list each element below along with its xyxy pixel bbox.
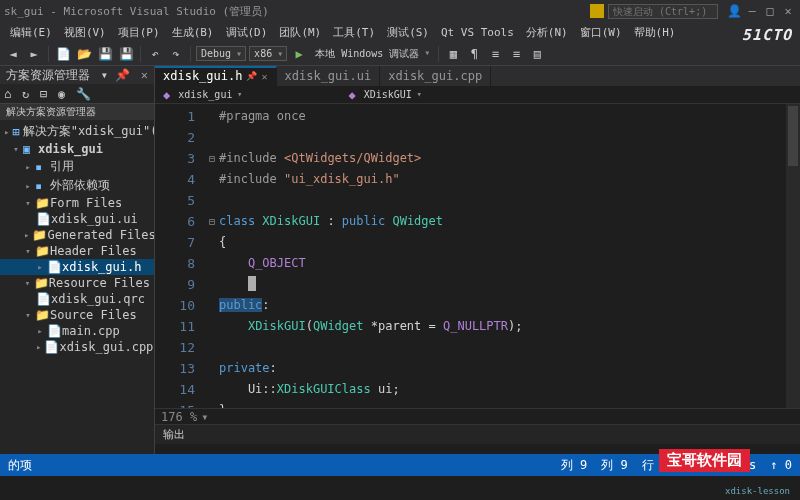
scrollbar-thumb[interactable] [788, 106, 798, 166]
tool-icon[interactable]: ▤ [528, 45, 546, 63]
config-dropdown[interactable]: Debug [196, 46, 246, 61]
brand-sub: xdisk-lesson [725, 486, 790, 496]
member-dropdown[interactable]: XDiskGUI [362, 88, 424, 101]
tree-folder[interactable]: ▾📁Resource Files [0, 275, 154, 291]
tree-folder[interactable]: ▾📁Form Files [0, 195, 154, 211]
panel-pin-icon[interactable]: ▾ 📌 [101, 68, 130, 82]
panel-subtitle: 解决方案资源管理器 [0, 104, 154, 120]
panel-title: 方案资源管理器 [6, 67, 90, 84]
platform-dropdown[interactable]: x86 [249, 46, 287, 61]
window-title: sk_gui - Microsoft Visual Studio (管理员) [4, 4, 590, 19]
solution-explorer: 方案资源管理器 ▾ 📌 ✕ ⌂ ↻ ⊟ ◉ 🔧 解决方案资源管理器 ▸⊞解决方案… [0, 66, 155, 454]
properties-icon[interactable]: 🔧 [76, 87, 90, 101]
vertical-scrollbar[interactable] [786, 104, 800, 408]
main-toolbar: ◄ ► 📄 📂 💾 💾 ↶ ↷ Debug x86 ▶ 本地 Windows 调… [0, 42, 800, 66]
menu-project[interactable]: 项目(P) [112, 23, 166, 42]
panel-header: 方案资源管理器 ▾ 📌 ✕ [0, 66, 154, 84]
zoom-bar: 176 % ▾ [155, 408, 800, 424]
zoom-level[interactable]: 176 % [161, 410, 197, 424]
separator [438, 46, 439, 62]
menu-view[interactable]: 视图(V) [58, 23, 112, 42]
menu-debug[interactable]: 调试(D) [220, 23, 274, 42]
forward-icon[interactable]: ► [25, 45, 43, 63]
separator [190, 46, 191, 62]
status-col2: 列 9 [601, 457, 627, 474]
pin-icon[interactable]: 📌 [246, 71, 257, 81]
scope-dropdown[interactable]: xdisk_gui [176, 88, 244, 101]
close-button[interactable]: ✕ [780, 3, 796, 19]
close-tab-icon[interactable]: ✕ [261, 71, 267, 82]
tree-file-selected[interactable]: ▸📄xdisk_gui.h [0, 259, 154, 275]
menu-edit[interactable]: 编辑(E) [4, 23, 58, 42]
file-tab-active[interactable]: xdisk_gui.h📌✕ [155, 66, 277, 86]
menu-qt[interactable]: Qt VS Tools [435, 24, 520, 41]
solution-tree[interactable]: ▸⊞解决方案"xdisk_gui"(1 个项目 ▾▣xdisk_gui ▸▪引用… [0, 120, 154, 454]
tree-file[interactable]: 📄xdisk_gui.ui [0, 211, 154, 227]
tool-icon[interactable]: ≡ [486, 45, 504, 63]
tree-file[interactable]: ▸📄xdisk_gui.cpp [0, 339, 154, 355]
quick-launch-input[interactable] [608, 4, 718, 19]
fold-column[interactable]: ⊟⊟ [205, 104, 219, 408]
zoom-dropdown-icon[interactable]: ▾ [201, 410, 208, 424]
tool-icon[interactable]: ¶ [465, 45, 483, 63]
menu-analyze[interactable]: 分析(N) [520, 23, 574, 42]
tool-icon[interactable]: ≡ [507, 45, 525, 63]
menu-bar: 编辑(E) 视图(V) 项目(P) 生成(B) 调试(D) 团队(M) 工具(T… [0, 22, 800, 42]
save-all-icon[interactable]: 💾 [117, 45, 135, 63]
class-icon: ◆ [348, 88, 355, 102]
save-icon[interactable]: 💾 [96, 45, 114, 63]
tree-folder[interactable]: ▸▪引用 [0, 157, 154, 176]
output-title[interactable]: 输出 [155, 425, 800, 444]
back-icon[interactable]: ◄ [4, 45, 22, 63]
refresh-icon[interactable]: ↻ [22, 87, 36, 101]
line-numbers: 12345678910111213141516 [155, 104, 205, 408]
play-icon[interactable]: ▶ [290, 45, 308, 63]
tree-folder[interactable]: ▸▪外部依赖项 [0, 176, 154, 195]
maximize-button[interactable]: □ [762, 3, 778, 19]
tree-folder[interactable]: ▾📁Source Files [0, 307, 154, 323]
minimize-button[interactable]: — [744, 3, 760, 19]
new-icon[interactable]: 📄 [54, 45, 72, 63]
project-node[interactable]: ▾▣xdisk_gui [0, 141, 154, 157]
menu-team[interactable]: 团队(M) [273, 23, 327, 42]
watermark: 51CTO [742, 26, 792, 44]
run-dropdown[interactable]: 本地 Windows 调试器 [311, 46, 433, 62]
undo-icon[interactable]: ↶ [146, 45, 164, 63]
menu-tools[interactable]: 工具(T) [327, 23, 381, 42]
menu-help[interactable]: 帮助(H) [628, 23, 682, 42]
notification-icon[interactable] [590, 4, 604, 18]
tree-folder[interactable]: ▾📁Header Files [0, 243, 154, 259]
code-editor[interactable]: 12345678910111213141516 ⊟⊟ #pragma once#… [155, 104, 800, 408]
separator [140, 46, 141, 62]
file-tab[interactable]: xdisk_gui.ui [277, 66, 381, 86]
tree-file[interactable]: ▸📄main.cpp [0, 323, 154, 339]
status-ready: 的项 [8, 457, 32, 474]
tool-icon[interactable]: ▦ [444, 45, 462, 63]
editor: xdisk_gui.h📌✕ xdisk_gui.ui xdisk_gui.cpp… [155, 66, 800, 454]
open-icon[interactable]: 📂 [75, 45, 93, 63]
code-lines[interactable]: #pragma once#include <QtWidgets/QWidget>… [219, 104, 800, 408]
home-icon[interactable]: ⌂ [4, 87, 18, 101]
status-col: 列 9 [561, 457, 587, 474]
menu-build[interactable]: 生成(B) [166, 23, 220, 42]
tree-folder[interactable]: ▸📁Generated Files [0, 227, 154, 243]
separator [48, 46, 49, 62]
panel-close-icon[interactable]: ✕ [141, 68, 148, 82]
class-icon: ◆ [163, 88, 170, 102]
file-tabs: xdisk_gui.h📌✕ xdisk_gui.ui xdisk_gui.cpp [155, 66, 800, 86]
status-publish[interactable]: ↑ 0 [770, 458, 792, 472]
show-all-icon[interactable]: ◉ [58, 87, 72, 101]
tree-file[interactable]: 📄xdisk_gui.qrc [0, 291, 154, 307]
breadcrumb-bar: ◆ xdisk_gui ◆ XDiskGUI [155, 86, 800, 104]
collapse-icon[interactable]: ⊟ [40, 87, 54, 101]
solution-node[interactable]: ▸⊞解决方案"xdisk_gui"(1 个项目 [0, 122, 154, 141]
brand-overlay: 宝哥软件园 [659, 449, 750, 472]
menu-window[interactable]: 窗口(W) [574, 23, 628, 42]
redo-icon[interactable]: ↷ [167, 45, 185, 63]
menu-test[interactable]: 测试(S) [381, 23, 435, 42]
title-bar: sk_gui - Microsoft Visual Studio (管理员) 👤… [0, 0, 800, 22]
file-tab[interactable]: xdisk_gui.cpp [380, 66, 491, 86]
user-icon[interactable]: 👤 [726, 3, 742, 19]
panel-toolbar: ⌂ ↻ ⊟ ◉ 🔧 [0, 84, 154, 104]
